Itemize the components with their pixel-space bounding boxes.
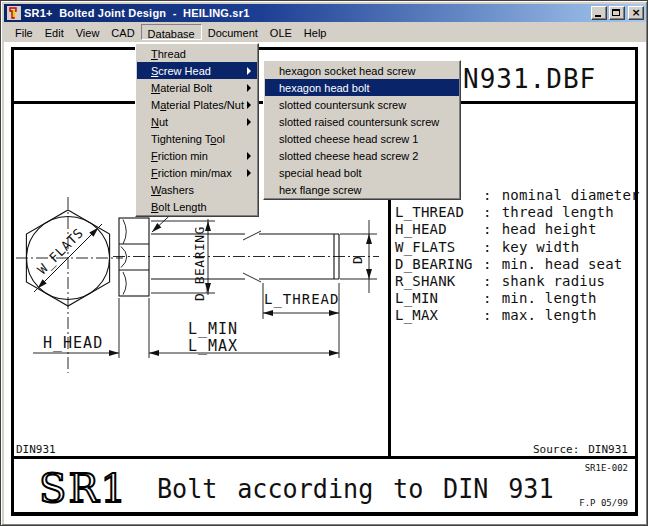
source-note: Source:DIN931 — [533, 443, 628, 456]
menu-item-bolt-length[interactable]: Bolt Length — [137, 198, 257, 215]
submenu-item-slotted-cheese-head-screw-1[interactable]: slotted cheese head screw 1 — [265, 130, 459, 147]
menu-item-friction-min-max[interactable]: Friction min/max — [137, 164, 257, 181]
menu-item-label: Washers — [151, 184, 194, 196]
parameter-desc: min. length — [502, 290, 597, 306]
parameter-desc: thread length — [502, 204, 614, 220]
menu-item-label: Friction min/max — [151, 167, 232, 179]
menu-item-label: hex flange screw — [279, 184, 362, 196]
submenu-arrow-icon — [247, 152, 251, 160]
parameter-name: H_HEAD — [395, 221, 483, 238]
menu-item-friction-min[interactable]: Friction min — [137, 147, 257, 164]
app-icon — [7, 6, 21, 20]
menu-item-label: hexagon head bolt — [279, 82, 370, 94]
menu-item-label: hexagon socket head screw — [279, 65, 415, 77]
menu-item-label: special head bolt — [279, 167, 362, 179]
menu-item-label: slotted cheese head screw 2 — [279, 150, 418, 162]
database-menu: Thread Screw Head Material Bolt Material… — [135, 43, 259, 217]
menu-item-label: Thread — [151, 48, 186, 60]
parameter-desc: key width — [502, 239, 580, 255]
submenu-arrow-icon — [247, 101, 251, 109]
close-icon: × — [629, 7, 643, 19]
parameter-name: D_BEARING — [395, 256, 483, 273]
menu-item-screw-head[interactable]: Screw Head — [137, 62, 257, 79]
submenu-item-hexagon-socket-head-screw[interactable]: hexagon socket head screw — [265, 62, 459, 79]
parameter-desc: nominal diameter — [502, 187, 640, 203]
title-bar: SR1+ Bolted Joint Design - HEILING.sr1 × — [4, 4, 646, 22]
submenu-item-slotted-raised-countersunk-screw[interactable]: slotted raised countersunk screw — [265, 113, 459, 130]
menubar-item-cad[interactable]: CAD — [105, 24, 140, 40]
parameter-name: L_THREAD — [395, 204, 483, 221]
minimize-icon — [595, 15, 601, 17]
menubar-item-ole[interactable]: OLE — [264, 24, 298, 40]
parameter-row: D_BEARING:min. head seat — [395, 256, 640, 273]
parameter-name: W_FLATS — [395, 239, 483, 256]
menu-item-label: Screw Head — [151, 65, 211, 77]
menu-item-label: Nut — [151, 116, 168, 128]
parameter-colon: : — [483, 256, 492, 272]
source-value: DIN931 — [588, 443, 628, 456]
menubar-item-document[interactable]: Document — [202, 24, 264, 40]
parameter-colon: : — [483, 290, 492, 306]
parameter-row: L_THREAD:thread length — [395, 204, 640, 221]
parameter-name: R_SHANK — [395, 273, 483, 290]
drawing-standard-label: DIN931 — [16, 443, 56, 456]
parameter-legend: :nominal diameter L_THREAD:thread length… — [395, 187, 640, 325]
parameter-colon: : — [483, 239, 492, 255]
parameter-colon: : — [483, 187, 492, 203]
menu-item-label: slotted raised countersunk screw — [279, 116, 439, 128]
submenu-item-slotted-countersunk-screw[interactable]: slotted countersunk screw — [265, 96, 459, 113]
window-controls: × — [591, 6, 644, 20]
menu-item-label: Material Plates/Nut — [151, 99, 244, 111]
submenu-item-hex-flange-screw[interactable]: hex flange screw — [265, 181, 459, 198]
menu-item-label: Tightening Tool — [151, 133, 225, 145]
document-number: SR1E-002 — [585, 463, 628, 473]
parameter-desc: head height — [502, 221, 597, 237]
parameter-row: R_SHANK:shank radius — [395, 273, 640, 290]
menu-item-label: slotted cheese head screw 1 — [279, 133, 418, 145]
menu-item-material-bolt[interactable]: Material Bolt — [137, 79, 257, 96]
parameter-row: L_MAX:max. length — [395, 307, 640, 324]
menubar-item-help[interactable]: Help — [298, 24, 333, 40]
menubar-item-view[interactable]: View — [70, 24, 106, 40]
parameter-row: H_HEAD:head height — [395, 221, 640, 238]
parameter-colon: : — [483, 204, 492, 220]
menu-item-thread[interactable]: Thread — [137, 45, 257, 62]
parameter-row: W_FLATS:key width — [395, 239, 640, 256]
menu-item-tightening-tool[interactable]: Tightening Tool — [137, 130, 257, 147]
parameter-row: L_MIN:min. length — [395, 290, 640, 307]
parameter-desc: shank radius — [502, 273, 606, 289]
revision-note: F.P 05/99 — [579, 498, 628, 508]
app-window: SR1+ Bolted Joint Design - HEILING.sr1 ×… — [0, 0, 648, 526]
menu-item-label: slotted countersunk screw — [279, 99, 406, 111]
menu-item-washers[interactable]: Washers — [137, 181, 257, 198]
menu-item-label: Friction min — [151, 150, 208, 162]
menu-item-material-plates-nut[interactable]: Material Plates/Nut — [137, 96, 257, 113]
menu-item-label: Bolt Length — [151, 201, 207, 213]
parameter-name: L_MAX — [395, 307, 483, 324]
menu-bar: File Edit View CAD Database Document OLE… — [4, 22, 646, 42]
drawing-title: Bolt according to DIN 931 — [157, 473, 554, 504]
window-title: SR1+ Bolted Joint Design - HEILING.sr1 — [24, 7, 591, 19]
maximize-button[interactable] — [609, 6, 625, 20]
menu-item-nut[interactable]: Nut — [137, 113, 257, 130]
submenu-item-slotted-cheese-head-screw-2[interactable]: slotted cheese head screw 2 — [265, 147, 459, 164]
submenu-item-special-head-bolt[interactable]: special head bolt — [265, 164, 459, 181]
menubar-item-database[interactable]: Database — [141, 24, 202, 40]
submenu-arrow-icon — [247, 67, 251, 75]
menu-item-label: Material Bolt — [151, 82, 212, 94]
menubar-item-file[interactable]: File — [9, 24, 39, 40]
submenu-arrow-icon — [247, 118, 251, 126]
submenu-item-hexagon-head-bolt[interactable]: hexagon head bolt — [265, 79, 459, 96]
database-filename: N931.DBF — [463, 64, 596, 94]
close-button[interactable]: × — [628, 6, 644, 20]
parameter-name: L_MIN — [395, 290, 483, 307]
screw-head-submenu: hexagon socket head screw hexagon head b… — [263, 60, 461, 200]
parameter-desc: max. length — [502, 307, 597, 323]
parameter-desc: min. head seat — [502, 256, 623, 272]
submenu-arrow-icon — [247, 84, 251, 92]
parameter-colon: : — [483, 307, 492, 323]
sr1-logo: SR1 — [39, 465, 128, 511]
maximize-icon — [612, 9, 620, 16]
menubar-item-edit[interactable]: Edit — [39, 24, 70, 40]
minimize-button[interactable] — [591, 6, 607, 20]
